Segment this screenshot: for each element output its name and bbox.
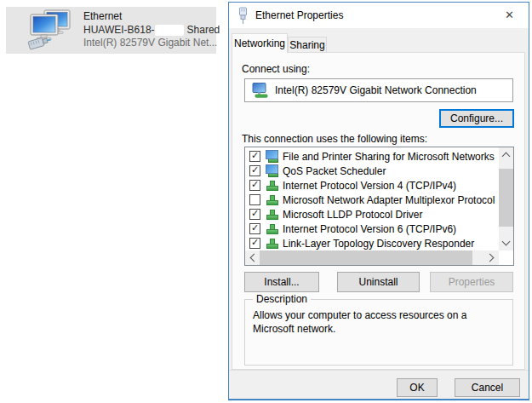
list-item[interactable]: ✓ Internet Protocol Version 6 (TCP/IPv6) — [246, 222, 498, 236]
list-item-label: File and Printer Sharing for Microsoft N… — [283, 151, 495, 163]
list-item[interactable]: ✓ Microsoft LLDP Protocol Driver — [246, 207, 498, 222]
list-item[interactable]: Microsoft Network Adapter Multiplexor Pr… — [246, 193, 498, 207]
checkbox[interactable]: ✓ — [249, 151, 260, 162]
tab-networking[interactable]: Networking — [232, 33, 288, 53]
horizontal-scrollbar[interactable] — [245, 250, 499, 265]
scroll-up-button[interactable] — [499, 147, 513, 162]
close-button[interactable]: ✕ — [490, 3, 529, 27]
dialog-titlebar: Ethernet Properties ✕ — [229, 3, 529, 28]
service-icon — [265, 150, 279, 163]
redacted-text — [155, 25, 184, 36]
network-adapter-icon — [252, 83, 269, 98]
dialog-footer: OK Cancel — [229, 370, 529, 399]
list-item[interactable]: ✓ File and Printer Sharing for Microsoft… — [246, 149, 498, 164]
list-item-label: Microsoft LLDP Protocol Driver — [283, 209, 423, 221]
connection-adapter: Intel(R) 82579V Gigabit Net... — [83, 37, 215, 50]
properties-button: Properties — [430, 272, 513, 292]
description-groupbox: Description Allows your computer to acce… — [244, 299, 513, 366]
checkbox[interactable]: ✓ — [249, 238, 260, 249]
dialog-title: Ethernet Properties — [255, 3, 343, 28]
cancel-button[interactable]: Cancel — [455, 378, 520, 397]
chevron-up-icon — [502, 153, 511, 161]
list-item[interactable]: ✓ Internet Protocol Version 4 (TCP/IPv4) — [246, 178, 498, 193]
list-item[interactable]: ✓ Link-Layer Topology Discovery Responde… — [246, 236, 498, 250]
checkbox[interactable]: ✓ — [249, 223, 260, 234]
list-item-label: Microsoft Network Adapter Multiplexor Pr… — [283, 194, 495, 206]
protocol-icon — [265, 237, 279, 250]
ok-button[interactable]: OK — [397, 378, 438, 397]
connection-items-list: ✓ File and Printer Sharing for Microsoft… — [244, 147, 514, 266]
protocol-icon — [265, 193, 279, 206]
vertical-scrollbar[interactable] — [499, 147, 513, 250]
connection-items-label: This connection uses the following items… — [242, 133, 427, 145]
configure-button[interactable]: Configure... — [439, 109, 514, 128]
uninstall-button[interactable]: Uninstall — [337, 272, 420, 292]
networking-tab-page: Connect using: Intel(R) 82579V Gigabit N… — [232, 52, 525, 370]
chevron-right-icon — [486, 254, 495, 262]
connect-using-label: Connect using: — [242, 63, 310, 75]
ethernet-connection-icon — [27, 9, 73, 52]
adapter-display-box: Intel(R) 82579V Gigabit Network Connecti… — [244, 78, 513, 102]
tab-sharing[interactable]: Sharing — [288, 37, 327, 53]
checkbox[interactable] — [249, 194, 260, 205]
checkbox[interactable]: ✓ — [249, 165, 260, 176]
list-item-label: Internet Protocol Version 6 (TCP/IPv6) — [283, 223, 456, 235]
adapter-name: Intel(R) 82579V Gigabit Network Connecti… — [275, 79, 477, 101]
connection-network: HUAWEI-B618-Shared — [83, 24, 215, 37]
chevron-left-icon — [250, 254, 259, 262]
close-icon: ✕ — [505, 9, 514, 21]
description-text: Allows your computer to access resources… — [253, 308, 510, 336]
ethernet-properties-dialog: Ethernet Properties ✕ Networking Sharing… — [228, 2, 529, 400]
list-item-label: Link-Layer Topology Discovery Responder — [283, 238, 474, 250]
horizontal-scrollbar-thumb[interactable] — [260, 250, 472, 265]
list-item[interactable]: ✓ QoS Packet Scheduler — [246, 164, 498, 178]
connection-name: Ethernet — [83, 10, 215, 24]
chevron-down-icon — [502, 238, 511, 246]
description-group-label: Description — [253, 293, 311, 305]
protocol-icon — [265, 208, 279, 221]
scroll-right-button[interactable] — [484, 250, 499, 265]
service-icon — [265, 164, 279, 177]
ethernet-plug-icon — [237, 7, 249, 25]
vertical-scrollbar-thumb[interactable] — [499, 169, 513, 227]
network-connection-item[interactable]: Ethernet HUAWEI-B618-Shared Intel(R) 825… — [6, 7, 216, 54]
scroll-left-button[interactable] — [245, 250, 260, 265]
list-item-label: Internet Protocol Version 4 (TCP/IPv4) — [283, 180, 456, 192]
scroll-down-button[interactable] — [499, 236, 513, 250]
checkbox[interactable]: ✓ — [249, 209, 260, 220]
checkbox[interactable]: ✓ — [249, 180, 260, 191]
install-button[interactable]: Install... — [244, 272, 319, 292]
protocol-icon — [265, 179, 279, 192]
list-item-label: QoS Packet Scheduler — [283, 165, 386, 177]
protocol-icon — [265, 222, 279, 235]
